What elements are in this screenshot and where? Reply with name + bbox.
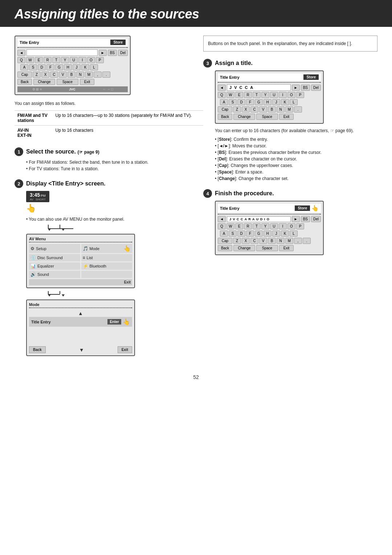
key-A[interactable]: A — [20, 64, 28, 70]
mode-exit-btn[interactable]: Exit — [118, 346, 132, 353]
s3-key-Z[interactable]: Z — [233, 106, 241, 113]
screen3-right-arrow[interactable]: ► — [292, 85, 300, 91]
key-W[interactable]: W — [26, 57, 34, 63]
s3-key-A[interactable]: A — [220, 99, 228, 105]
av-menu-equalizer[interactable]: 📊 Equalizer — [29, 262, 80, 270]
del-btn[interactable]: Del — [118, 50, 128, 56]
screen4-input[interactable]: J V C C A R A U D I O — [227, 216, 291, 222]
screen3-store-btn[interactable]: Store — [303, 74, 319, 80]
key-comma[interactable]: , — [94, 72, 102, 78]
av-menu-bluetooth[interactable]: ⚡ Bluetooth — [81, 262, 132, 270]
s4-key-K[interactable]: K — [281, 230, 289, 237]
s3-key-T[interactable]: T — [253, 92, 261, 98]
s4-key-Y[interactable]: Y — [261, 223, 269, 229]
s3-key-Q[interactable]: Q — [218, 92, 226, 98]
s3-key-P[interactable]: P — [296, 92, 304, 98]
s3-key-H[interactable]: H — [264, 99, 271, 105]
s3-key-F[interactable]: F — [246, 99, 254, 105]
s3-key-N[interactable]: N — [277, 106, 285, 113]
key-V[interactable]: V — [59, 72, 67, 78]
key-E[interactable]: E — [35, 57, 43, 63]
av-menu-sound[interactable]: 🔊 Sound — [29, 271, 80, 278]
av-menu-setup[interactable]: ⚙ Setup — [29, 244, 80, 253]
s3-key-U[interactable]: U — [270, 92, 278, 98]
space-btn[interactable]: Space — [57, 79, 78, 85]
s3-key-M[interactable]: M — [285, 106, 293, 113]
s4-key-F[interactable]: F — [246, 230, 254, 237]
mode-title-entry-item[interactable]: Title Entry Enter 👆 — [29, 317, 132, 327]
s4-key-E[interactable]: E — [235, 223, 243, 229]
key-M[interactable]: M — [85, 72, 93, 78]
s4-key-J[interactable]: J — [272, 230, 280, 237]
s4-key-U[interactable]: U — [270, 223, 278, 229]
s3-space-btn[interactable]: Space — [256, 114, 278, 120]
s4-key-S[interactable]: S — [229, 230, 237, 237]
screen3-input[interactable]: J V C C A — [227, 84, 291, 91]
s3-key-Y[interactable]: Y — [261, 92, 269, 98]
key-K[interactable]: K — [81, 64, 89, 70]
key-L[interactable]: L — [90, 64, 98, 70]
av-menu-disc-surround[interactable]: 💿 Disc Surround — [29, 254, 80, 261]
s4-space-btn[interactable]: Space — [256, 245, 278, 251]
title-input[interactable] — [26, 49, 98, 56]
s3-cap-btn[interactable]: Cap — [218, 106, 232, 113]
s3-key-B[interactable]: B — [268, 106, 276, 113]
s4-key-C[interactable]: C — [250, 238, 258, 244]
s3-key-E[interactable]: E — [235, 92, 243, 98]
s3-key-O[interactable]: O — [287, 92, 295, 98]
s4-key-O[interactable]: O — [287, 223, 295, 229]
store-button[interactable]: Store — [110, 40, 126, 45]
s3-key-K[interactable]: K — [281, 99, 289, 105]
s4-key-A[interactable]: A — [220, 230, 228, 237]
screen4-del[interactable]: Del — [311, 216, 321, 222]
screen3-bs[interactable]: BS — [301, 85, 310, 91]
key-B[interactable]: B — [68, 72, 75, 78]
s4-key-R[interactable]: R — [244, 223, 252, 229]
s3-change-btn[interactable]: Change — [233, 114, 255, 120]
enter-btn[interactable]: Enter — [107, 319, 121, 325]
s4-key-M[interactable]: M — [285, 238, 293, 244]
change-btn[interactable]: Change — [33, 79, 55, 85]
s4-key-H[interactable]: H — [264, 230, 271, 237]
key-F[interactable]: F — [46, 64, 54, 70]
s4-key-L[interactable]: L — [290, 230, 298, 237]
back-btn-top[interactable]: Back — [17, 79, 32, 85]
screen4-right-arrow[interactable]: ► — [292, 216, 300, 222]
key-P[interactable]: P — [96, 57, 104, 63]
key-R[interactable]: R — [44, 57, 52, 63]
s4-key-W[interactable]: W — [226, 223, 234, 229]
bs-btn[interactable]: BS — [108, 50, 117, 56]
key-T[interactable]: T — [52, 57, 60, 63]
s3-key-S[interactable]: S — [229, 99, 237, 105]
key-Q[interactable]: Q — [17, 57, 25, 63]
key-U[interactable]: U — [70, 57, 78, 63]
s3-key-C[interactable]: C — [250, 106, 258, 113]
key-I[interactable]: I — [78, 57, 86, 63]
av-menu-mode[interactable]: 🎵 Mode 👆 — [81, 244, 132, 253]
s4-key-Z[interactable]: Z — [233, 238, 241, 244]
s3-key-I[interactable]: I — [279, 92, 287, 98]
key-period[interactable]: . — [102, 72, 110, 78]
s3-key-V[interactable]: V — [259, 106, 267, 113]
screen3-del[interactable]: Del — [311, 85, 321, 91]
screen4-bs[interactable]: BS — [301, 216, 310, 222]
s4-key-D[interactable]: D — [237, 230, 245, 237]
key-Z[interactable]: Z — [33, 72, 41, 78]
left-arrow-btn[interactable]: ◄ — [17, 50, 25, 56]
key-N[interactable]: N — [76, 72, 84, 78]
s3-key-R[interactable]: R — [244, 92, 252, 98]
key-X[interactable]: X — [41, 72, 49, 78]
exit-btn-top[interactable]: Exit — [80, 79, 94, 85]
s4-key-period2[interactable]: . — [303, 238, 311, 244]
key-J[interactable]: J — [73, 64, 81, 70]
key-S[interactable]: S — [29, 64, 37, 70]
s3-exit-btn[interactable]: Exit — [279, 114, 294, 120]
key-C[interactable]: C — [50, 72, 58, 78]
s4-key-P[interactable]: P — [296, 223, 304, 229]
key-Y[interactable]: Y — [61, 57, 69, 63]
screen4-left-arrow[interactable]: ◄ — [218, 216, 226, 222]
s3-key-W[interactable]: W — [226, 92, 234, 98]
cap-btn[interactable]: Cap — [17, 72, 32, 78]
screen3-left-arrow[interactable]: ◄ — [218, 85, 226, 91]
s4-key-G[interactable]: G — [255, 230, 263, 237]
